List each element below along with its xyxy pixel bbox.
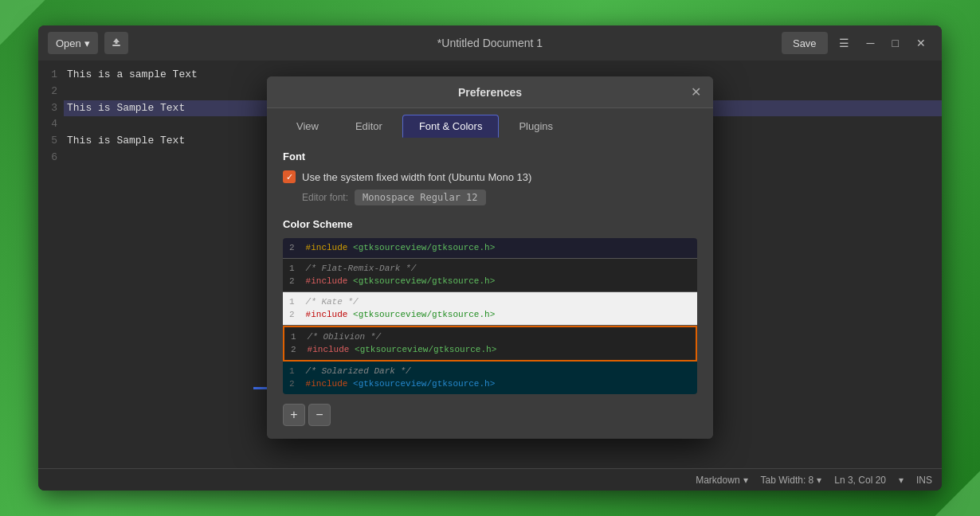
scheme-item-solarized-dark[interactable]: 1 /* Solarized Dark */ 2 #include <gtkso…: [283, 362, 697, 394]
cursor-position-status: Ln 3, Col 20: [834, 475, 886, 486]
dialog-content: Font ✓ Use the system fixed width font (…: [267, 138, 713, 439]
dialog-header: Preferences ✕: [267, 76, 713, 108]
scheme-code-solarized: 1 /* Solarized Dark */ 2 #include <gtkso…: [283, 362, 697, 394]
preferences-modal-overlay: Preferences ✕ View Editor Font & Colors: [38, 61, 942, 468]
minimize-button[interactable]: ─: [860, 32, 881, 54]
scheme-code-kate: 1 /* Kate */ 2 #include <gtksourceview/g…: [283, 292, 697, 325]
language-label: Markdown: [696, 475, 739, 486]
maximize-button[interactable]: □: [886, 32, 905, 54]
title-bar-right: Save ☰ ─ □ ✕: [782, 32, 932, 54]
hamburger-menu-button[interactable]: ☰: [833, 32, 856, 54]
window-close-button[interactable]: ✕: [910, 32, 932, 54]
preferences-dialog: Preferences ✕ View Editor Font & Colors: [267, 76, 713, 439]
tab-editor[interactable]: Editor: [339, 115, 399, 138]
scheme-code-flat-remix: 1 /* Flat-Remix-Dark */ 2 #include <gtks…: [283, 259, 697, 291]
system-font-checkbox[interactable]: ✓: [283, 170, 296, 183]
dialog-tabs: View Editor Font & Colors Plugins: [267, 108, 713, 138]
font-section-title: Font: [283, 150, 697, 162]
system-font-label: Use the system fixed width font (Ubuntu …: [302, 171, 531, 183]
tab-view[interactable]: View: [280, 115, 335, 138]
editor-font-label: Editor font:: [302, 192, 348, 203]
scheme-item-default[interactable]: 2 #include <gtksourceview/gtksource.h>: [283, 238, 697, 259]
insert-mode-label: INS: [916, 475, 932, 486]
add-scheme-button[interactable]: +: [283, 404, 305, 426]
title-bar: Open ▾ *Untitled Document 1 Save ☰ ─ □ ✕: [38, 25, 942, 61]
scheme-code-oblivion: 1 /* Oblivion */ 2 #include <gtksourcevi…: [284, 327, 696, 360]
save-button[interactable]: Save: [782, 32, 828, 54]
dialog-close-button[interactable]: ✕: [686, 83, 705, 102]
mode-chevron-icon: ▾: [899, 475, 904, 486]
tab-width-chevron-icon: ▾: [817, 475, 821, 486]
svg-marker-1: [113, 38, 120, 44]
editor-font-row: Editor font: Monospace Regular 12: [283, 190, 697, 205]
upload-icon: [111, 37, 122, 49]
status-bar: Markdown ▾ Tab Width: 8 ▾ Ln 3, Col 20 ▾…: [38, 468, 942, 491]
insert-mode-status: INS: [916, 475, 932, 486]
scheme-code-default: 2 #include <gtksourceview/gtksource.h>: [283, 238, 697, 258]
color-scheme-title: Color Scheme: [283, 218, 697, 230]
tab-width-status[interactable]: Tab Width: 8 ▾: [761, 475, 822, 486]
tab-width-label: Tab Width: 8: [761, 475, 814, 486]
window-title: *Untitled Document 1: [437, 37, 543, 49]
language-chevron-icon: ▾: [743, 475, 748, 486]
cursor-position-label: Ln 3, Col 20: [834, 475, 886, 486]
main-window: Open ▾ *Untitled Document 1 Save ☰ ─ □ ✕: [38, 25, 942, 491]
tab-plugins[interactable]: Plugins: [502, 115, 570, 138]
scheme-item-flat-remix-dark[interactable]: 1 /* Flat-Remix-Dark */ 2 #include <gtks…: [283, 259, 697, 292]
editor-font-display[interactable]: Monospace Regular 12: [355, 190, 486, 205]
color-scheme-list: 2 #include <gtksourceview/gtksource.h> 1…: [283, 238, 697, 394]
dialog-title: Preferences: [458, 86, 522, 99]
tab-font-colors[interactable]: Font & Colors: [402, 115, 499, 138]
scheme-item-oblivion[interactable]: 1 /* Oblivion */ 2 #include <gtksourcevi…: [283, 326, 697, 362]
editor-area: 1 2 3 4 5 6 This is a sample Text This i…: [38, 61, 942, 468]
open-chevron-icon: ▾: [84, 37, 90, 49]
language-status[interactable]: Markdown ▾: [696, 475, 747, 486]
scheme-buttons: + −: [283, 404, 697, 426]
title-bar-left: Open ▾: [48, 32, 128, 54]
open-label: Open: [56, 37, 81, 49]
open-button[interactable]: Open ▾: [48, 32, 98, 54]
svg-rect-0: [112, 45, 120, 46]
checkmark-icon: ✓: [286, 172, 293, 182]
remove-scheme-button[interactable]: −: [308, 404, 331, 426]
mode-dropdown-status[interactable]: ▾: [899, 475, 904, 486]
system-font-row: ✓ Use the system fixed width font (Ubunt…: [283, 170, 697, 183]
scheme-item-kate[interactable]: 1 /* Kate */ 2 #include <gtksourceview/g…: [283, 292, 697, 326]
save-icon-button[interactable]: [104, 32, 128, 54]
